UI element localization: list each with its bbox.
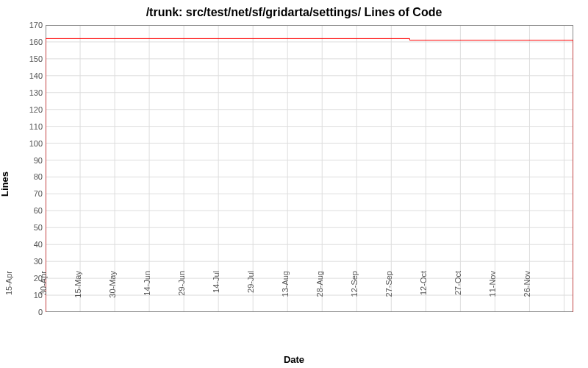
xtick: 14-Jul	[212, 271, 220, 315]
ytick: 140	[21, 71, 43, 80]
xtick: 12-Sep	[350, 271, 359, 315]
ytick: 130	[21, 88, 43, 97]
ytick: 120	[21, 105, 43, 114]
xtick: 15-May	[74, 271, 82, 315]
xtick: 14-Jun	[143, 271, 151, 315]
plot-area	[46, 25, 573, 312]
xtick: 12-Oct	[419, 271, 428, 315]
plot-border	[46, 26, 573, 312]
grid-horizontal	[46, 25, 573, 312]
xtick: 29-Jun	[177, 271, 186, 315]
ytick: 160	[21, 38, 43, 46]
xtick: 28-Aug	[315, 271, 324, 315]
ytick: 100	[21, 139, 43, 148]
ytick: 80	[21, 172, 43, 181]
chart-container: /trunk: src/test/net/sf/gridarta/setting…	[0, 0, 588, 368]
ytick: 30	[21, 257, 43, 266]
xtick: 27-Sep	[384, 271, 393, 315]
y-axis-label: Lines	[0, 171, 10, 197]
xtick: 29-Jul	[246, 271, 255, 315]
ytick: 70	[21, 189, 43, 198]
ytick: 50	[21, 223, 43, 232]
xtick: 26-Nov	[523, 271, 531, 315]
xtick: 30-Apr	[39, 271, 48, 315]
ytick: 110	[21, 122, 43, 131]
chart-title: /trunk: src/test/net/sf/gridarta/setting…	[0, 6, 588, 19]
xtick: 11-Nov	[488, 271, 497, 315]
ytick: 60	[21, 206, 43, 215]
xtick: 27-Oct	[453, 271, 462, 315]
xtick: 13-Aug	[281, 271, 290, 315]
xtick: 30-May	[108, 271, 117, 315]
ytick: 170	[21, 21, 43, 29]
ytick: 150	[21, 54, 43, 63]
x-axis-label: Date	[0, 354, 588, 365]
ytick: 40	[21, 240, 43, 249]
ytick: 90	[21, 156, 43, 165]
xtick: 15-Apr	[4, 271, 13, 315]
grid-vertical	[46, 25, 564, 312]
chart-svg	[46, 25, 573, 312]
